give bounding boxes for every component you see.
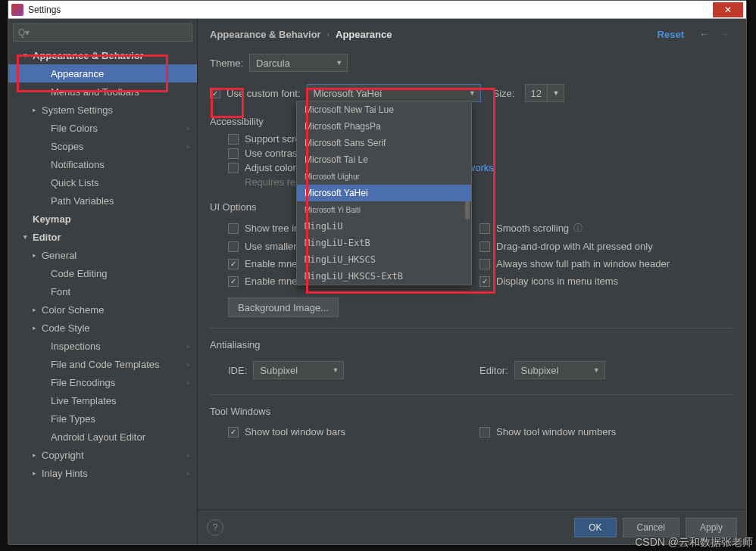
- project-scope-icon: [187, 451, 189, 459]
- reset-button[interactable]: Reset: [658, 29, 684, 40]
- sidebar-item-code-style[interactable]: ▸Code Style: [8, 319, 197, 337]
- theme-value: Darcula: [256, 58, 290, 69]
- sidebar-item-label: System Settings: [42, 104, 113, 116]
- sidebar-item-file-encodings[interactable]: File Encodings: [8, 373, 197, 391]
- help-button[interactable]: ?: [207, 519, 223, 536]
- font-size-input[interactable]: 12: [525, 84, 548, 102]
- sidebar-item-inspections[interactable]: Inspections: [8, 337, 197, 355]
- full-path-checkbox[interactable]: [480, 259, 490, 269]
- contrast-scrollbars-checkbox[interactable]: [228, 148, 239, 159]
- cancel-button[interactable]: Cancel: [623, 518, 679, 537]
- breadcrumb-root[interactable]: Appearance & Behavior: [210, 29, 321, 40]
- drag-alt-checkbox[interactable]: [480, 241, 490, 252]
- sidebar-item-system-settings[interactable]: ▸System Settings: [8, 101, 197, 119]
- font-option[interactable]: Microsoft YaHei: [297, 185, 471, 201]
- window-title: Settings: [28, 5, 61, 15]
- sidebar-item-file-types[interactable]: File Types: [8, 409, 197, 428]
- sidebar-item-general[interactable]: ▸General: [8, 246, 197, 264]
- sidebar-item-label: Menus and Toolbars: [51, 86, 139, 98]
- sidebar-item-font[interactable]: Font: [8, 282, 197, 300]
- aa-editor-select[interactable]: Subpixel▼: [514, 361, 605, 379]
- sidebar-item-color-scheme[interactable]: ▸Color Scheme: [8, 300, 197, 319]
- mnemonics-controls-checkbox[interactable]: [228, 276, 239, 287]
- sidebar-item-path-variables[interactable]: Path Variables: [8, 191, 197, 210]
- sidebar-item-notifications[interactable]: Notifications: [8, 155, 197, 173]
- font-size-stepper[interactable]: ▼: [548, 84, 564, 102]
- sidebar-item-editor[interactable]: ▾Editor: [8, 228, 197, 246]
- ok-button[interactable]: OK: [574, 518, 616, 537]
- search-placeholder: Q▾: [18, 27, 30, 38]
- font-select[interactable]: Microsoft YaHei ▼: [307, 84, 481, 102]
- chevron-icon: ▸: [33, 469, 42, 477]
- sidebar-item-live-templates[interactable]: Live Templates: [8, 391, 197, 409]
- display-icons-checkbox[interactable]: [480, 276, 490, 287]
- background-image-button[interactable]: Background Image...: [228, 297, 339, 317]
- sidebar-item-label: Inlay Hints: [42, 468, 88, 479]
- apply-button[interactable]: Apply: [686, 518, 737, 537]
- sidebar-item-inlay-hints[interactable]: ▸Inlay Hints: [8, 464, 197, 482]
- font-option[interactable]: Microsoft Sans Serif: [297, 135, 471, 151]
- font-option[interactable]: Microsoft PhagsPa: [297, 118, 471, 135]
- smooth-scrolling-checkbox[interactable]: [480, 223, 490, 234]
- aa-ide-value: Subpixel: [260, 365, 298, 376]
- titlebar[interactable]: Settings ✕: [8, 1, 746, 19]
- font-dropdown[interactable]: Microsoft New Tai LueMicrosoft PhagsPaMi…: [296, 101, 472, 285]
- sidebar-item-appearance-behavior[interactable]: ▾Appearance & Behavior: [8, 46, 197, 64]
- aa-ide-select[interactable]: Subpixel▼: [253, 361, 344, 379]
- tool-window-numbers-checkbox[interactable]: [480, 427, 490, 437]
- chevron-icon: ▸: [33, 324, 42, 332]
- font-option[interactable]: Microsoft Uighur: [297, 168, 471, 185]
- font-option[interactable]: MingLiU_HKSCS: [297, 251, 471, 268]
- sidebar-item-scopes[interactable]: Scopes: [8, 137, 197, 155]
- project-scope-icon: [187, 469, 189, 478]
- sidebar-item-label: Code Editing: [51, 268, 107, 279]
- help-icon[interactable]: ⓘ: [573, 222, 583, 235]
- sidebar-item-label: Quick Lists: [51, 177, 99, 188]
- font-option[interactable]: Microsoft New Tai Lue: [297, 101, 471, 118]
- sidebar-item-appearance[interactable]: Appearance: [8, 64, 197, 82]
- theme-select[interactable]: Darcula ▼: [249, 54, 348, 72]
- tool-window-bars-checkbox[interactable]: [228, 427, 239, 437]
- divider: [210, 394, 734, 395]
- smaller-indents-checkbox[interactable]: [228, 241, 239, 252]
- mnemonics-menu-checkbox[interactable]: [228, 259, 239, 269]
- aa-ide-label: IDE:: [228, 365, 247, 376]
- sidebar-item-file-and-code-templates[interactable]: File and Code Templates: [8, 355, 197, 373]
- font-option[interactable]: MingLiU_HKSCS-ExtB: [297, 268, 471, 285]
- aa-editor-label: Editor:: [480, 365, 508, 376]
- sidebar-item-keymap[interactable]: Keymap: [8, 210, 197, 228]
- nav-forward-icon[interactable]: →: [719, 28, 729, 40]
- sidebar-item-copyright[interactable]: ▸Copyright: [8, 446, 197, 464]
- close-icon: ✕: [724, 5, 732, 15]
- search-input[interactable]: Q▾: [13, 23, 192, 42]
- sidebar-item-file-colors[interactable]: File Colors: [8, 119, 197, 137]
- display-icons-label: Display icons in menu items: [496, 276, 618, 287]
- use-custom-font-checkbox[interactable]: [210, 88, 220, 98]
- theme-label: Theme:: [210, 58, 243, 69]
- sidebar-item-label: File and Code Templates: [51, 359, 160, 370]
- tool-window-numbers-label: Show tool window numbers: [496, 426, 616, 437]
- chevron-icon: ▾: [23, 51, 33, 59]
- sidebar-item-quick-lists[interactable]: Quick Lists: [8, 173, 197, 191]
- font-option[interactable]: MingLiU: [297, 218, 471, 235]
- font-option[interactable]: Microsoft Tai Le: [297, 151, 471, 168]
- font-option[interactable]: MingLiU-ExtB: [297, 235, 471, 251]
- chevron-icon: ▸: [33, 451, 42, 459]
- tree-indent-checkbox[interactable]: [228, 223, 239, 234]
- sidebar-item-android-layout-editor[interactable]: Android Layout Editor: [8, 428, 197, 446]
- close-button[interactable]: ✕: [713, 2, 743, 17]
- settings-tree[interactable]: ▾Appearance & BehaviorAppearanceMenus an…: [8, 46, 197, 544]
- adjust-colors-checkbox[interactable]: [228, 163, 239, 173]
- settings-window: Settings ✕ Q▾ ▾Appearance & BehaviorAppe…: [8, 0, 747, 545]
- font-option[interactable]: Microsoft Yi Baiti: [297, 201, 471, 218]
- chevron-icon: ▾: [23, 233, 33, 241]
- sidebar-item-menus-and-toolbars[interactable]: Menus and Toolbars: [8, 82, 197, 101]
- sidebar-item-label: Appearance: [51, 68, 104, 79]
- screen-readers-checkbox[interactable]: [228, 134, 239, 145]
- breadcrumb: Appearance & Behavior › Appearance Reset…: [198, 19, 746, 49]
- nav-back-icon[interactable]: ←: [699, 28, 710, 40]
- tool-windows-heading: Tool Windows: [210, 406, 734, 417]
- sidebar-item-label: Editor: [33, 232, 61, 243]
- main-panel: Appearance & Behavior › Appearance Reset…: [198, 19, 746, 544]
- sidebar-item-code-editing[interactable]: Code Editing: [8, 264, 197, 282]
